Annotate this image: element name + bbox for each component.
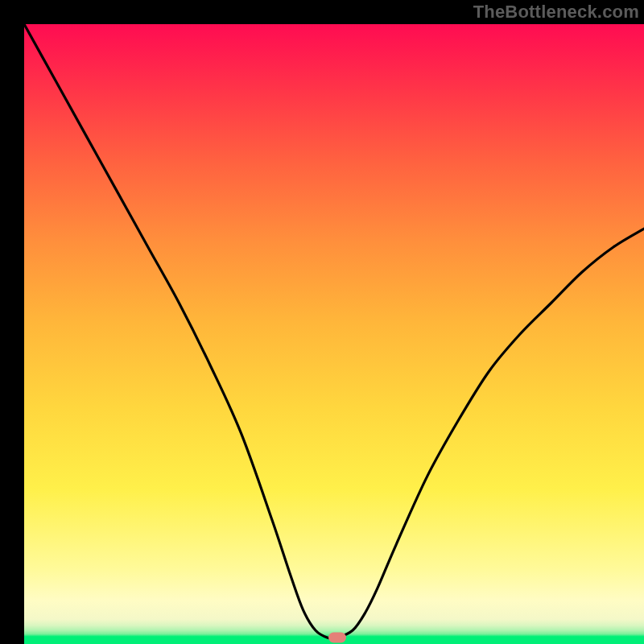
bottleneck-curve-path bbox=[24, 24, 644, 638]
optimum-marker-icon bbox=[328, 633, 346, 643]
watermark-text: TheBottleneck.com bbox=[473, 2, 639, 23]
bottleneck-curve-svg bbox=[24, 24, 644, 644]
plot-area bbox=[24, 24, 644, 644]
chart-frame: TheBottleneck.com bbox=[0, 0, 644, 644]
